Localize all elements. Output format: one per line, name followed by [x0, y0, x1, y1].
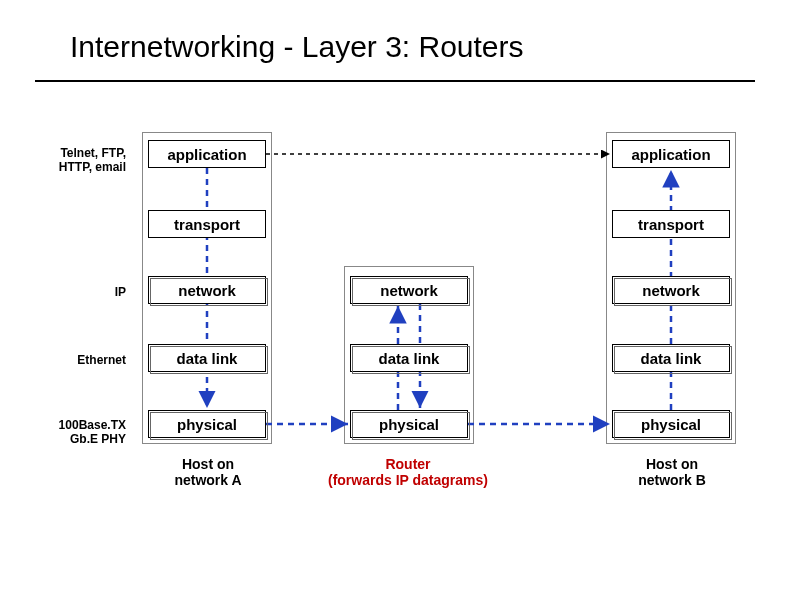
- hostb-datalink-layer: data link: [612, 344, 730, 372]
- hostb-application-layer: application: [612, 140, 730, 168]
- router-physical-layer: physical: [350, 410, 468, 438]
- hosta-physical-layer: physical: [148, 410, 266, 438]
- hosta-application-layer: application: [148, 140, 266, 168]
- label-ethernet: Ethernet: [36, 353, 126, 367]
- title-underline: [35, 80, 755, 82]
- hostb-physical-layer: physical: [612, 410, 730, 438]
- page-title: Internetworking - Layer 3: Routers: [70, 30, 524, 64]
- caption-router: Router (forwards IP datagrams): [298, 456, 518, 488]
- hosta-transport-layer: transport: [148, 210, 266, 238]
- router-network-layer: network: [350, 276, 468, 304]
- label-phy: 100Base.TX Gb.E PHY: [36, 418, 126, 446]
- caption-host-b: Host on network B: [612, 456, 732, 488]
- caption-host-a: Host on network A: [148, 456, 268, 488]
- label-ip: IP: [36, 285, 126, 299]
- router-datalink-layer: data link: [350, 344, 468, 372]
- hostb-transport-layer: transport: [612, 210, 730, 238]
- label-protocols: Telnet, FTP, HTTP, email: [36, 146, 126, 174]
- hosta-network-layer: network: [148, 276, 266, 304]
- hosta-datalink-layer: data link: [148, 344, 266, 372]
- hostb-network-layer: network: [612, 276, 730, 304]
